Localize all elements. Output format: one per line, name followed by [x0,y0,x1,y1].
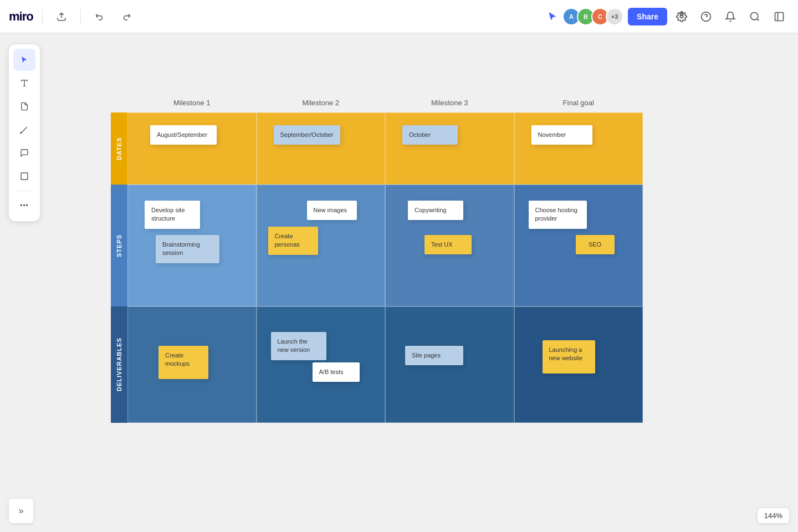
steps-cell-4: Choose hosting provider SEO [514,185,643,306]
sticky-launching[interactable]: Launching a new website [543,340,595,374]
sticky-test-ux[interactable]: Test UX [424,235,472,254]
topbar-divider [42,9,43,24]
redo-button[interactable] [116,7,136,27]
collapse-button[interactable]: » [9,499,33,523]
more-tools[interactable]: ••• [13,195,35,217]
svg-line-4 [22,127,27,132]
deliv-cell-4: Launching a new website [514,306,643,423]
sticky-oct[interactable]: October [402,125,458,145]
dates-cell-3: October [385,112,514,185]
svg-point-2 [751,12,758,19]
sticky-note-tool[interactable] [13,95,35,117]
search-icon[interactable] [745,7,765,27]
deliv-cell-3: Site pages [385,306,514,423]
sticky-new-images[interactable]: New images [307,201,357,220]
topbar: miro A B C +3 Share [0,0,798,33]
svg-rect-5 [21,173,28,180]
miro-logo: miro [9,9,33,24]
notification-icon[interactable] [720,7,740,27]
help-icon[interactable] [696,7,716,27]
sticky-hosting[interactable]: Choose hosting provider [529,201,587,229]
comment-tool[interactable] [13,142,35,164]
topbar-right: A B C +3 Share [547,7,789,27]
canvas[interactable]: Milestone 1 Milestone 2 Milestone 3 Fina… [0,33,798,532]
text-tool[interactable] [13,72,35,94]
zoom-indicator: 144% [758,508,789,523]
col-header-4: Final goal [514,94,643,112]
avatars-group: A B C +3 [562,8,623,25]
sticky-brainstorm[interactable]: Brainstorming session [156,235,219,263]
undo-button[interactable] [90,7,110,27]
svg-point-0 [681,15,683,18]
steps-cell-1: Develop site structure Brainstorming ses… [127,185,257,306]
col-header-1: Milestone 1 [127,94,257,112]
sticky-nov[interactable]: November [531,125,592,145]
row-label-deliverables: Deliverables [111,306,127,423]
sticky-aug-sep[interactable]: August/September [150,125,217,145]
sticky-site-pages[interactable]: Site pages [405,346,463,365]
pen-tool[interactable] [13,119,35,141]
dates-cell-2: September/October [257,112,386,185]
sticky-seo[interactable]: SEO [576,235,615,254]
deliv-cell-1: Create mockups [127,306,257,423]
left-toolbar: ••• [9,44,40,221]
svg-rect-3 [775,12,784,21]
dates-cell-4: November [514,112,643,185]
col-header-3: Milestone 3 [385,94,514,112]
topbar-left: miro [9,7,136,27]
cursor-icon [547,11,558,22]
settings-icon[interactable] [672,7,692,27]
column-headers: Milestone 1 Milestone 2 Milestone 3 Fina… [111,94,643,112]
panel-icon[interactable] [769,7,789,27]
grid-body: Dates August/September September/October… [111,112,643,423]
sticky-create-personas[interactable]: Create personas [268,227,318,255]
frame-tool[interactable] [13,165,35,187]
sticky-create-mockups[interactable]: Create mockups [158,346,208,379]
topbar-divider2 [80,9,81,24]
row-label-steps: Steps [111,185,127,306]
col-header-2: Milestone 2 [257,94,386,112]
sticky-dev-site[interactable]: Develop site structure [145,201,200,229]
share-button[interactable]: Share [628,8,667,25]
roadmap-board: Milestone 1 Milestone 2 Milestone 3 Fina… [111,94,643,423]
steps-cell-3: Copywriting Test UX [385,185,514,306]
sticky-sep-oct[interactable]: September/October [274,125,340,145]
toolbar-divider [16,191,33,191]
avatar-count: +3 [606,8,623,25]
sticky-launch[interactable]: Launch the new version [271,332,326,360]
dates-cell-1: August/September [127,112,257,185]
steps-cell-2: New images Create personas [257,185,386,306]
row-label-dates: Dates [111,112,127,185]
sticky-copywriting[interactable]: Copywriting [408,201,463,220]
cursor-tool[interactable] [13,49,35,71]
sticky-ab-tests[interactable]: A/B tests [313,362,360,382]
deliv-cell-2: Launch the new version A/B tests [257,306,386,423]
upload-button[interactable] [52,7,71,27]
